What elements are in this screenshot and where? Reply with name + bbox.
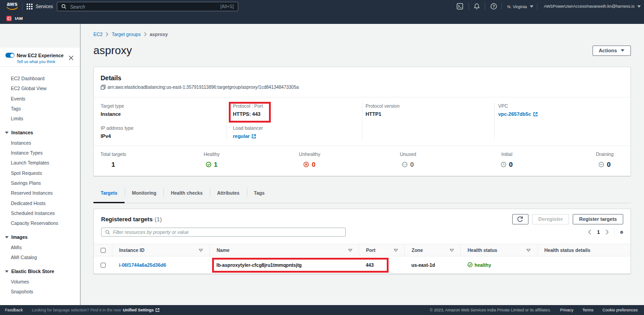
aws-logo[interactable]: aws: [6, 2, 18, 10]
sidebar-item-dedicated-hosts[interactable]: Dedicated Hosts: [0, 198, 80, 208]
nav-divider: [537, 3, 537, 10]
sidebar-item-spot-requests[interactable]: Spot Requests: [0, 168, 80, 178]
sidebar: New EC2 Experience Tell us what you thin…: [0, 24, 81, 315]
sidebar-item-instance-types[interactable]: Instance Types: [0, 148, 80, 158]
feedback-link[interactable]: Feedback: [5, 308, 23, 312]
select-all-checkbox[interactable]: [101, 248, 106, 253]
field-target-type: Target type Instance: [101, 102, 227, 118]
account-menu[interactable]: AWSPowerUserAccess/navaneeth.kn@harness.…: [544, 0, 641, 13]
filter-caret-icon[interactable]: [348, 249, 352, 252]
next-page-button[interactable]: [606, 228, 609, 237]
sidebar-section-images[interactable]: Images: [0, 232, 80, 242]
stat-unhealthy: Unhealthy 0: [299, 151, 320, 168]
search-input[interactable]: Search [Alt+S]: [57, 2, 238, 11]
sidebar-item-ami-catalog[interactable]: AMI Catalog: [0, 252, 80, 262]
external-link-icon: [251, 134, 256, 139]
filter-caret-icon[interactable]: [449, 249, 454, 252]
sidebar-item-scheduled-instances[interactable]: Scheduled Instances: [0, 208, 80, 218]
filter-input[interactable]: Filter resources by property or value: [101, 228, 346, 237]
sidebar-item-reserved-instances[interactable]: Reserved Instances: [0, 188, 80, 198]
previous-page-button[interactable]: [588, 228, 591, 237]
sidebar-item-tags[interactable]: Tags: [0, 104, 80, 114]
sidebar-section-instances[interactable]: Instances: [0, 128, 80, 137]
details-column-1: Target type Instance IP address type IPv…: [94, 102, 227, 140]
region-selector[interactable]: N. Virginia: [507, 0, 533, 13]
row-checkbox[interactable]: [101, 263, 106, 268]
favorite-iam-link[interactable]: IAM: [15, 16, 23, 21]
sidebar-item-amis[interactable]: AMIs: [0, 242, 80, 252]
aws-console-screen: aws Services Search [Alt+S] ? N. Virgin: [0, 0, 644, 315]
field-vpc: VPC vpc-2657db5c: [498, 102, 630, 118]
unified-settings-link[interactable]: Unified Settings: [123, 308, 160, 312]
actions-button[interactable]: Actions: [593, 46, 631, 56]
refresh-button[interactable]: [512, 214, 528, 224]
aws-logo-text: aws: [6, 2, 18, 7]
instance-id-link[interactable]: i-06f1744a6a25d36d6: [119, 262, 167, 268]
bell-icon: [474, 3, 480, 9]
field-ip-address-type: IP address type IPv4: [101, 124, 227, 140]
sidebar-nav-list: EC2 Dashboard EC2 Global View Events Tag…: [0, 67, 80, 297]
vpc-link[interactable]: vpc-2657db5c: [498, 110, 538, 118]
copy-icon[interactable]: [101, 85, 106, 90]
breadcrumb-target-groups[interactable]: Target groups: [111, 32, 140, 37]
sidebar-item-snapshots[interactable]: Snapshots: [0, 287, 80, 297]
details-card-header: Details arn:aws:elasticloadbalancing:us-…: [94, 67, 630, 97]
table-header-row: Instance ID Name Port Zone Health status…: [94, 244, 630, 256]
settings-button[interactable]: [620, 228, 623, 237]
tab-tags[interactable]: Tags: [247, 183, 272, 203]
sidebar-item-limits[interactable]: Limits: [0, 114, 80, 123]
registered-targets-header: Registered targets (1) Deregister Regist…: [94, 209, 630, 244]
tab-health-checks[interactable]: Health checks: [163, 183, 210, 203]
sidebar-item-launch-templates[interactable]: Launch Templates: [0, 158, 80, 168]
instance-id-cell: i-06f1744a6a25d36d6: [112, 256, 210, 274]
load-balancer-link[interactable]: regular: [233, 132, 256, 140]
field-load-balancer: Load balancer regular: [233, 124, 362, 140]
sidebar-item-savings-plans[interactable]: Savings Plans: [0, 178, 80, 188]
deregister-button[interactable]: Deregister: [532, 214, 569, 224]
sidebar-item-volumes[interactable]: Volumes: [0, 277, 80, 287]
column-header-health-status-details[interactable]: Health status details: [537, 244, 631, 256]
column-header-zone[interactable]: Zone: [405, 244, 461, 256]
sidebar-section-ebs[interactable]: Elastic Block Store: [0, 266, 80, 276]
chevron-right-icon: [144, 32, 147, 37]
tab-targets[interactable]: Targets: [93, 183, 125, 203]
tab-attributes[interactable]: Attributes: [210, 183, 247, 203]
tell-us-link[interactable]: Tell us what you think: [17, 59, 74, 64]
new-experience-toggle[interactable]: [5, 53, 14, 58]
check-circle-icon: [468, 262, 473, 267]
sidebar-item-instances[interactable]: Instances: [0, 138, 80, 148]
column-header-port[interactable]: Port: [359, 244, 405, 256]
cloudshell-button[interactable]: [457, 0, 463, 13]
services-menu[interactable]: Services: [27, 0, 53, 13]
filter-caret-icon[interactable]: [526, 249, 531, 252]
column-header-health-status[interactable]: Health status: [461, 244, 537, 256]
page-number[interactable]: 1: [591, 229, 606, 235]
panel-actions: Deregister Register targets: [512, 214, 623, 224]
close-icon[interactable]: [69, 55, 74, 60]
stat-draining: Draining 0: [596, 151, 613, 168]
search-icon: [61, 4, 66, 9]
search-icon: [105, 230, 110, 235]
nav-divider: [501, 3, 502, 10]
registered-targets-count: (1): [155, 216, 162, 223]
privacy-link[interactable]: Privacy: [560, 308, 574, 312]
sidebar-item-capacity-reservations[interactable]: Capacity Reservations: [0, 218, 80, 228]
terms-link[interactable]: Terms: [582, 308, 593, 312]
cookie-preferences-link[interactable]: Cookie preferences: [602, 308, 638, 312]
register-targets-button[interactable]: Register targets: [573, 214, 623, 224]
sidebar-item-ec2-global-view[interactable]: EC2 Global View: [0, 83, 80, 93]
column-header-name[interactable]: Name: [210, 244, 359, 256]
column-header-instance-id[interactable]: Instance ID: [112, 244, 210, 256]
filter-caret-icon[interactable]: [394, 249, 398, 252]
check-circle-icon: [206, 162, 211, 167]
external-link-icon: [533, 112, 538, 117]
sidebar-item-ec2-dashboard[interactable]: EC2 Dashboard: [0, 73, 80, 83]
sidebar-item-events[interactable]: Events: [0, 94, 80, 104]
help-button[interactable]: ?: [491, 0, 497, 13]
details-column-4: VPC vpc-2657db5c: [494, 102, 630, 140]
breadcrumb-ec2[interactable]: EC2: [93, 32, 102, 37]
chevron-left-icon: [588, 229, 591, 235]
notifications-button[interactable]: [474, 0, 480, 13]
tab-monitoring[interactable]: Monitoring: [125, 183, 163, 203]
filter-caret-icon[interactable]: [199, 249, 203, 252]
